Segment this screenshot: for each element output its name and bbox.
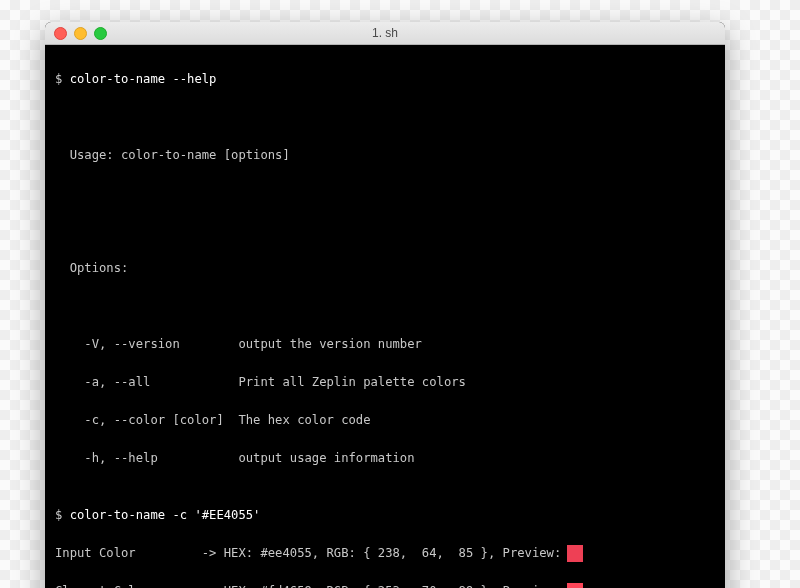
zoom-icon[interactable]	[94, 27, 107, 40]
terminal-body[interactable]: $ color-to-name --help Usage: color-to-n…	[45, 45, 725, 588]
option-color: -c, --color [color] The hex color code	[55, 411, 371, 430]
option-help: -h, --help output usage information	[55, 449, 415, 468]
titlebar[interactable]: 1. sh	[45, 22, 725, 45]
usage-line: Usage: color-to-name [options]	[55, 146, 290, 165]
prompt-symbol: $	[55, 72, 62, 86]
command-help: color-to-name --help	[70, 72, 217, 86]
closest-color-line: Closest Color -> HEX: #fd4659, RGB: { 25…	[55, 582, 561, 588]
terminal-window: 1. sh $ color-to-name --help Usage: colo…	[45, 22, 725, 588]
window-controls	[45, 27, 107, 40]
prompt-symbol: $	[55, 508, 62, 522]
color-swatch-icon	[567, 545, 583, 562]
close-icon[interactable]	[54, 27, 67, 40]
window-title: 1. sh	[45, 26, 725, 40]
input-color-line: Input Color -> HEX: #ee4055, RGB: { 238,…	[55, 544, 561, 563]
minimize-icon[interactable]	[74, 27, 87, 40]
option-version: -V, --version output the version number	[55, 335, 422, 354]
option-all: -a, --all Print all Zeplin palette color…	[55, 373, 466, 392]
options-header: Options:	[55, 259, 128, 278]
command-run-0: color-to-name -c '#EE4055'	[70, 508, 261, 522]
color-swatch-icon	[567, 583, 583, 588]
